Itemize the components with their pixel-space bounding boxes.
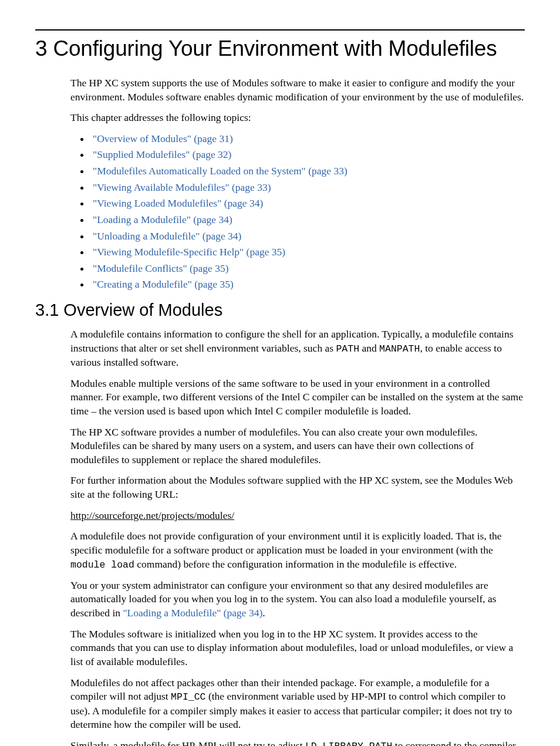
toc-link-conflicts[interactable]: "Modulefile Conflicts" (page 35) [93, 262, 229, 274]
intro-paragraph-2: This chapter addresses the following top… [70, 111, 525, 125]
toc-link-loading[interactable]: "Loading a Modulefile" (page 34) [93, 214, 232, 225]
body-paragraph: The Modules software is initialized when… [70, 627, 525, 669]
list-item: "Overview of Modules" (page 31) [90, 132, 525, 146]
text: . [262, 607, 265, 619]
topic-list: "Overview of Modules" (page 31) "Supplie… [70, 132, 525, 292]
body-paragraph: Modulefiles do not affect packages other… [70, 676, 525, 732]
list-item: "Viewing Available Modulefiles" (page 33… [90, 181, 525, 195]
intro-paragraph-1: The HP XC system supports the use of Mod… [70, 76, 525, 104]
code-module-load: module load [70, 559, 134, 571]
toc-link-supplied[interactable]: "Supplied Modulefiles" (page 32) [93, 148, 231, 160]
body-paragraph: For further information about the Module… [70, 474, 525, 501]
text: Similarly, a modulefile for HP-MPI will … [70, 740, 305, 746]
toc-link-creating[interactable]: "Creating a Modulefile" (page 35) [93, 278, 234, 290]
body-paragraph: A modulefile contains information to con… [70, 328, 525, 370]
toc-link-viewing-loaded[interactable]: "Viewing Loaded Modulefiles" (page 34) [93, 197, 263, 209]
body-paragraph: A modulefile does not provide configurat… [70, 529, 525, 572]
body-paragraph: Modules enable multiple versions of the … [70, 377, 525, 418]
toc-link-specific-help[interactable]: "Viewing Modulefile-Specific Help" (page… [93, 246, 285, 258]
list-item: "Viewing Modulefile-Specific Help" (page… [90, 245, 525, 259]
code-mpi-cc: MPI_CC [171, 691, 205, 703]
top-rule [35, 29, 525, 31]
external-link-sourceforge[interactable]: http://sourceforge.net/projects/modules/ [70, 509, 234, 521]
text: and [359, 342, 379, 354]
list-item: "Creating a Modulefile" (page 35) [90, 278, 525, 292]
list-item: "Loading a Modulefile" (page 34) [90, 213, 525, 227]
link-loading-modulefile[interactable]: "Loading a Modulefile" (page 34) [123, 607, 262, 619]
body-paragraph: The HP XC software provides a number of … [70, 426, 525, 467]
list-item: "Unloading a Modulefile" (page 34) [90, 229, 525, 244]
code-path: PATH [336, 343, 359, 355]
list-item: "Modulefile Conflicts" (page 35) [90, 262, 525, 276]
code-ld-library-path: LD_LIBRARY_PATH [305, 741, 393, 746]
section-title-overview: 3.1 Overview of Modules [35, 299, 525, 322]
chapter-title: 3 Configuring Your Environment with Modu… [35, 34, 525, 63]
text: command) before the configuration inform… [134, 558, 457, 570]
url-paragraph: http://sourceforge.net/projects/modules/ [70, 509, 525, 523]
toc-link-auto-loaded[interactable]: "Modulefiles Automatically Loaded on the… [93, 165, 348, 177]
text: A modulefile does not provide configurat… [70, 530, 502, 556]
list-item: "Viewing Loaded Modulefiles" (page 34) [90, 197, 525, 211]
toc-link-unloading[interactable]: "Unloading a Modulefile" (page 34) [93, 230, 241, 242]
toc-link-viewing-available[interactable]: "Viewing Available Modulefiles" (page 33… [93, 181, 271, 193]
list-item: "Modulefiles Automatically Loaded on the… [90, 164, 525, 178]
body-paragraph: You or your system administrator can con… [70, 579, 525, 620]
body-paragraph: Similarly, a modulefile for HP-MPI will … [70, 739, 525, 746]
code-manpath: MANPATH [379, 343, 420, 355]
list-item: "Supplied Modulefiles" (page 32) [90, 148, 525, 162]
toc-link-overview[interactable]: "Overview of Modules" (page 31) [93, 133, 233, 144]
